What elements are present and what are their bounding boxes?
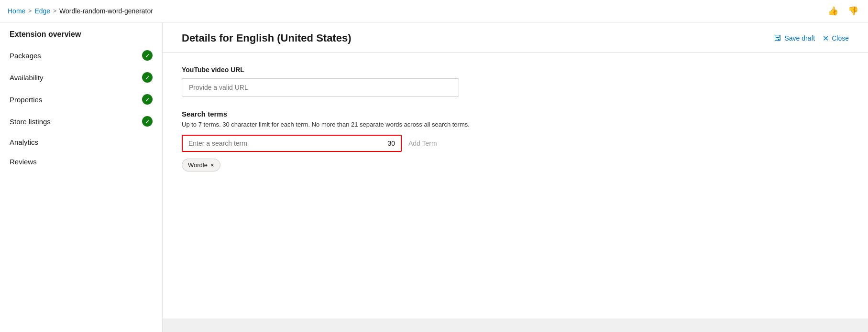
sidebar-analytics-label: Analytics [10,138,38,146]
sidebar-packages-label: Packages [10,52,41,60]
search-terms-title: Search terms [182,110,849,118]
save-draft-icon: 🖫 [774,34,781,43]
sidebar-item-store-listings[interactable]: Store listings ✓ [0,110,162,132]
page-title: Details for English (United States) [182,32,352,44]
sidebar-store-listings-label: Store listings [10,118,51,126]
tag-wordle-label: Wordle [188,161,208,169]
sidebar-reviews-label: Reviews [10,158,37,166]
search-term-input-wrapper: 30 [182,135,402,152]
sidebar-item-reviews[interactable]: Reviews [0,152,162,171]
save-draft-label: Save draft [784,34,815,42]
breadcrumb-home[interactable]: Home [8,7,25,15]
sidebar-item-availability[interactable]: Availability ✓ [0,66,162,88]
search-terms-section: Search terms Up to 7 terms. 30 character… [182,110,849,171]
youtube-url-section: YouTube video URL [182,66,849,96]
search-term-input-row: 30 Add Term [182,135,849,152]
char-count: 30 [387,139,395,147]
main-content: Details for English (United States) 🖫 Sa… [163,22,868,332]
tag-wordle: Wordle × [182,159,220,171]
sidebar-item-properties[interactable]: Properties ✓ [0,88,162,110]
sidebar-extension-overview-label: Extension overview [10,30,81,38]
close-x-icon: ✕ [823,34,829,43]
breadcrumb-sep-1: > [28,8,32,14]
sidebar-availability-label: Availability [10,74,44,82]
breadcrumb-edge[interactable]: Edge [34,7,50,15]
packages-check-icon: ✓ [142,50,153,61]
header-actions: 🖫 Save draft ✕ Close [774,34,849,43]
form-content: YouTube video URL Search terms Up to 7 t… [163,53,868,185]
main-header: Details for English (United States) 🖫 Sa… [163,22,868,53]
save-draft-button[interactable]: 🖫 Save draft [774,34,815,43]
search-terms-description: Up to 7 terms. 30 character limit for ea… [182,121,849,128]
sidebar: Extension overview Packages ✓ Availabili… [0,22,163,332]
breadcrumb-sep-2: > [53,8,56,14]
breadcrumb: Home > Edge > Wordle-random-word-generat… [8,7,153,15]
sidebar-item-analytics[interactable]: Analytics [0,132,162,152]
youtube-url-input[interactable] [182,78,459,96]
close-label: Close [832,34,849,42]
sidebar-item-packages[interactable]: Packages ✓ [0,44,162,66]
thumbs-down-button[interactable]: 👎 [846,4,860,18]
tag-wordle-remove-button[interactable]: × [210,162,214,168]
sidebar-item-extension-overview[interactable]: Extension overview [0,22,162,44]
layout: Extension overview Packages ✓ Availabili… [0,22,868,332]
search-term-input[interactable] [188,139,384,147]
store-listings-check-icon: ✓ [142,116,153,127]
breadcrumb-actions: 👍 👎 [826,4,860,18]
sidebar-properties-label: Properties [10,96,42,104]
bottom-bar [163,319,868,332]
properties-check-icon: ✓ [142,94,153,105]
thumbs-up-button[interactable]: 👍 [826,4,840,18]
youtube-url-label: YouTube video URL [182,66,849,74]
tags-row: Wordle × [182,159,849,171]
breadcrumb-current: Wordle-random-word-generator [59,7,153,15]
add-term-button[interactable]: Add Term [408,139,437,147]
close-button[interactable]: ✕ Close [823,34,849,43]
availability-check-icon: ✓ [142,72,153,83]
breadcrumb-bar: Home > Edge > Wordle-random-word-generat… [0,0,868,22]
